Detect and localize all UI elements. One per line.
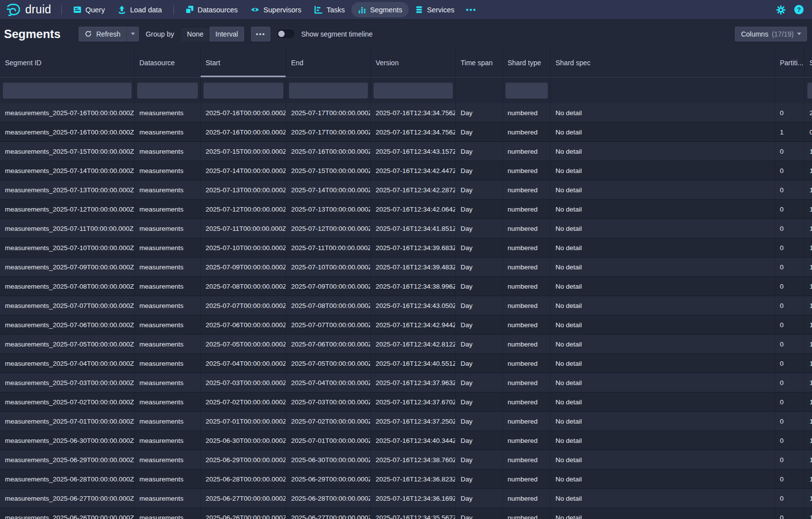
cell-datasource[interactable]: measurements	[134, 508, 201, 519]
nav-item-tasks[interactable]: Tasks	[308, 2, 351, 17]
cell-start[interactable]: 2025-07-11T00:00:00.000Z	[201, 219, 286, 238]
cell-size[interactable]: 1	[805, 354, 812, 373]
cell-version[interactable]: 2025-07-16T12:34:42.064Z	[371, 200, 456, 218]
cell-segment-id[interactable]: measurements_2025-07-01T00:00:00.000Z...	[0, 412, 134, 431]
cell-start[interactable]: 2025-07-16T00:00:00.000Z	[201, 123, 286, 141]
cell-segment-id[interactable]: measurements_2025-07-09T00:00:00.000Z...	[0, 258, 134, 276]
cell-segment-id[interactable]: measurements_2025-06-27T00:00:00.000Z...	[0, 489, 134, 508]
cell-start[interactable]: 2025-06-28T00:00:00.000Z	[201, 470, 286, 488]
cell-datasource[interactable]: measurements	[134, 450, 201, 469]
cell-start[interactable]: 2025-07-05T00:00:00.000Z	[201, 335, 286, 353]
filter-input-datasource[interactable]	[137, 83, 198, 98]
cell-version[interactable]: 2025-07-16T12:34:35.567Z	[371, 508, 456, 519]
cell-size[interactable]: 1	[805, 161, 812, 180]
cell-datasource[interactable]: measurements	[134, 180, 201, 199]
filter-input-version[interactable]	[374, 83, 453, 98]
filter-input-segment-id[interactable]	[3, 83, 131, 98]
settings-gear-icon[interactable]	[776, 5, 786, 15]
cell-version[interactable]: 2025-07-16T12:34:39.483Z	[371, 258, 456, 276]
nav-item-load-data[interactable]: Load data	[111, 2, 169, 17]
cell-shard-type[interactable]: numbered	[503, 142, 551, 161]
cell-shard-type[interactable]: numbered	[503, 180, 551, 199]
cell-end[interactable]: 2025-07-17T00:00:00.000Z	[286, 123, 371, 141]
cell-shard-type[interactable]: numbered	[503, 219, 551, 238]
cell-datasource[interactable]: measurements	[134, 103, 201, 122]
cell-size[interactable]: 0	[805, 123, 812, 141]
filter-input-shard-type[interactable]	[506, 83, 548, 98]
cell-size[interactable]: 1	[805, 219, 812, 238]
segment-timeline-toggle[interactable]	[277, 30, 294, 38]
refresh-dropdown-button[interactable]	[127, 27, 139, 42]
cell-shard-type[interactable]: numbered	[503, 489, 551, 508]
cell-datasource[interactable]: measurements	[134, 431, 201, 450]
column-header-datasource[interactable]: Datasource	[134, 48, 201, 77]
cell-segment-id[interactable]: measurements_2025-07-10T00:00:00.000Z...	[0, 238, 134, 257]
cell-start[interactable]: 2025-07-04T00:00:00.000Z	[201, 354, 286, 373]
cell-end[interactable]: 2025-07-01T00:00:00.000Z	[286, 431, 371, 450]
cell-version[interactable]: 2025-07-16T12:34:42.812Z	[371, 335, 456, 353]
cell-end[interactable]: 2025-06-30T00:00:00.000Z	[286, 450, 371, 469]
cell-datasource[interactable]: measurements	[134, 335, 201, 353]
cell-segment-id[interactable]: measurements_2025-07-16T00:00:00.000Z...	[0, 103, 134, 122]
nav-item-more[interactable]: •••	[461, 2, 482, 17]
cell-version[interactable]: 2025-07-16T12:34:43.050Z	[371, 296, 456, 315]
cell-segment-id[interactable]: measurements_2025-06-28T00:00:00.000Z...	[0, 470, 134, 488]
filter-input-start[interactable]	[204, 83, 283, 98]
cell-end[interactable]: 2025-07-07T00:00:00.000Z	[286, 315, 371, 334]
nav-item-supervisors[interactable]: Supervisors	[244, 2, 308, 17]
cell-size[interactable]: 1	[805, 296, 812, 315]
cell-version[interactable]: 2025-07-16T12:34:36.169Z	[371, 489, 456, 508]
cell-shard-type[interactable]: numbered	[503, 277, 551, 296]
cell-segment-id[interactable]: measurements_2025-07-13T00:00:00.000Z...	[0, 180, 134, 199]
cell-segment-id[interactable]: measurements_2025-07-12T00:00:00.000Z...	[0, 200, 134, 218]
cell-version[interactable]: 2025-07-16T12:34:39.683Z	[371, 238, 456, 257]
cell-segment-id[interactable]: measurements_2025-07-07T00:00:00.000Z...	[0, 296, 134, 315]
cell-datasource[interactable]: measurements	[134, 489, 201, 508]
group-by-option-interval[interactable]: Interval	[210, 27, 244, 42]
cell-start[interactable]: 2025-07-06T00:00:00.000Z	[201, 315, 286, 334]
cell-start[interactable]: 2025-07-07T00:00:00.000Z	[201, 296, 286, 315]
cell-size[interactable]: 1	[805, 238, 812, 257]
cell-version[interactable]: 2025-07-16T12:34:40.344Z	[371, 431, 456, 450]
cell-end[interactable]: 2025-07-13T00:00:00.000Z	[286, 200, 371, 218]
cell-datasource[interactable]: measurements	[134, 392, 201, 411]
cell-size[interactable]: 1	[805, 335, 812, 353]
cell-segment-id[interactable]: measurements_2025-06-29T00:00:00.000Z...	[0, 450, 134, 469]
cell-segment-id[interactable]: measurements_2025-07-02T00:00:00.000Z...	[0, 392, 134, 411]
cell-start[interactable]: 2025-06-29T00:00:00.000Z	[201, 450, 286, 469]
column-header-time-span[interactable]: Time span	[456, 48, 503, 77]
cell-shard-type[interactable]: numbered	[503, 431, 551, 450]
cell-start[interactable]: 2025-06-30T00:00:00.000Z	[201, 431, 286, 450]
cell-version[interactable]: 2025-07-16T12:34:34.756Z	[371, 123, 456, 141]
cell-datasource[interactable]: measurements	[134, 161, 201, 180]
cell-version[interactable]: 2025-07-16T12:34:38.760Z	[371, 450, 456, 469]
column-header-shard-spec[interactable]: Shard spec	[551, 48, 775, 77]
cell-segment-id[interactable]: measurements_2025-07-14T00:00:00.000Z...	[0, 161, 134, 180]
cell-start[interactable]: 2025-07-09T00:00:00.000Z	[201, 258, 286, 276]
cell-start[interactable]: 2025-07-16T00:00:00.000Z	[201, 103, 286, 122]
refresh-button[interactable]: Refresh	[79, 27, 127, 42]
cell-segment-id[interactable]: measurements_2025-06-26T00:00:00.000Z...	[0, 508, 134, 519]
cell-end[interactable]: 2025-07-12T00:00:00.000Z	[286, 219, 371, 238]
group-by-option-none[interactable]: None	[181, 27, 209, 42]
cell-size[interactable]: 1	[805, 450, 812, 469]
cell-segment-id[interactable]: measurements_2025-07-05T00:00:00.000Z...	[0, 335, 134, 353]
cell-segment-id[interactable]: measurements_2025-07-08T00:00:00.000Z...	[0, 277, 134, 296]
cell-size[interactable]: 1	[805, 373, 812, 392]
cell-version[interactable]: 2025-07-16T12:34:40.551Z	[371, 354, 456, 373]
cell-size[interactable]: 1	[805, 315, 812, 334]
cell-shard-type[interactable]: numbered	[503, 123, 551, 141]
more-options-button[interactable]: •••	[251, 27, 271, 42]
cell-segment-id[interactable]: measurements_2025-07-11T00:00:00.000Z...	[0, 219, 134, 238]
cell-version[interactable]: 2025-07-16T12:34:38.996Z	[371, 277, 456, 296]
cell-version[interactable]: 2025-07-16T12:34:37.670Z	[371, 392, 456, 411]
cell-segment-id[interactable]: measurements_2025-07-04T00:00:00.000Z...	[0, 354, 134, 373]
cell-end[interactable]: 2025-07-03T00:00:00.000Z	[286, 392, 371, 411]
cell-size[interactable]: 1	[805, 431, 812, 450]
cell-version[interactable]: 2025-07-16T12:34:43.157Z	[371, 142, 456, 161]
cell-datasource[interactable]: measurements	[134, 123, 201, 141]
cell-end[interactable]: 2025-06-27T00:00:00.000Z	[286, 508, 371, 519]
cell-version[interactable]: 2025-07-16T12:34:37.250Z	[371, 412, 456, 431]
filter-input-end[interactable]	[289, 83, 368, 98]
nav-item-datasources[interactable]: Datasources	[179, 2, 244, 17]
